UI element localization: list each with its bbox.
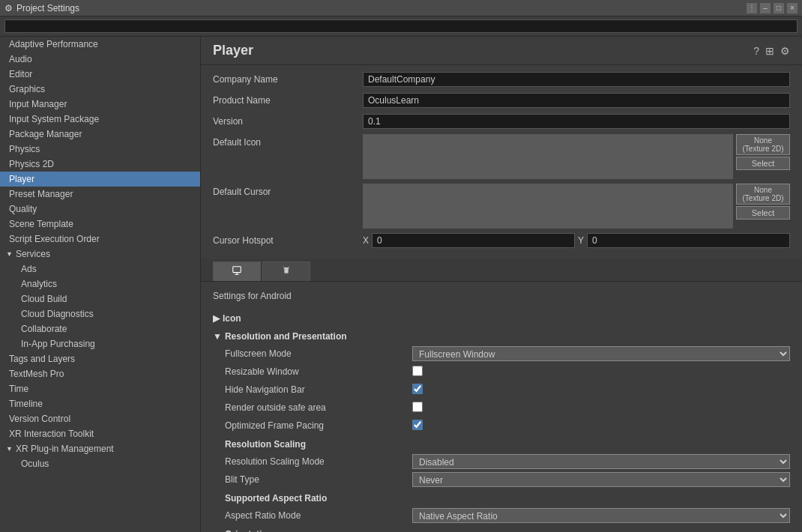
- sidebar-item-script-execution-order[interactable]: Script Execution Order: [0, 232, 200, 247]
- sidebar-item-editor[interactable]: Editor: [0, 67, 200, 82]
- version-input[interactable]: [363, 114, 790, 129]
- sidebar-group-xr-plugin[interactable]: ▼ XR Plug-in Management: [0, 441, 200, 456]
- resolution-scaling-mode-row: Resolution Scaling Mode DisabledFixed DP…: [213, 454, 790, 469]
- version-row: Version: [213, 113, 790, 130]
- default-icon-select-btn[interactable]: Select: [736, 157, 790, 170]
- more-options-btn[interactable]: ⋮: [747, 3, 757, 13]
- tab-android[interactable]: [262, 262, 310, 281]
- window-icon: ⚙: [4, 3, 13, 13]
- fullscreen-mode-select[interactable]: Fullscreen WindowExclusive FullscreenMax…: [412, 346, 790, 361]
- fullscreen-mode-row: Fullscreen Mode Fullscreen WindowExclusi…: [213, 346, 790, 361]
- sidebar-group-services[interactable]: ▼ Services: [0, 247, 200, 262]
- sidebar-item-package-manager[interactable]: Package Manager: [0, 127, 200, 142]
- resolution-section-label: Resolution and Presentation: [225, 331, 347, 342]
- sidebar-item-graphics[interactable]: Graphics: [0, 82, 200, 97]
- sidebar-item-input-manager[interactable]: Input Manager: [0, 97, 200, 112]
- fullscreen-mode-label: Fullscreen Mode: [225, 348, 412, 359]
- blit-type-row: Blit Type NeverAlwaysAuto: [213, 472, 790, 487]
- help-button[interactable]: ?: [753, 45, 759, 57]
- icon-section-header[interactable]: ▶ Icon: [213, 310, 790, 327]
- render-outside-safe-row: Render outside safe area: [213, 400, 790, 415]
- product-name-input[interactable]: [363, 93, 790, 108]
- optimized-frame-pacing-label: Optimized Frame Pacing: [225, 420, 412, 431]
- resolution-scaling-group: Resolution Scaling: [213, 436, 790, 453]
- svg-rect-0: [233, 267, 241, 273]
- sidebar-item-ads[interactable]: Ads: [0, 262, 200, 276]
- resolution-section-header[interactable]: ▼ Resolution and Presentation: [213, 328, 790, 345]
- window-title: Project Settings: [16, 3, 747, 13]
- resizable-window-label: Resizable Window: [225, 366, 412, 377]
- cursor-hotspot-inputs: X Y: [363, 233, 790, 248]
- sidebar-item-textmesh-pro[interactable]: TextMesh Pro: [0, 366, 200, 381]
- blit-type-select[interactable]: NeverAlwaysAuto: [412, 472, 790, 487]
- aspect-ratio-mode-label: Aspect Ratio Mode: [225, 510, 412, 521]
- content-header: Player ? ⊞ ⚙: [201, 37, 802, 65]
- render-outside-safe-checkbox[interactable]: [412, 402, 423, 412]
- settings-for-label: Settings for Android: [213, 288, 790, 304]
- tab-pc[interactable]: [213, 262, 261, 281]
- default-icon-preview: [363, 134, 733, 179]
- sidebar-item-version-control[interactable]: Version Control: [0, 411, 200, 426]
- default-cursor-label: Default Cursor: [213, 184, 363, 197]
- default-cursor-select-btn[interactable]: Select: [736, 206, 790, 220]
- sidebar-item-analytics[interactable]: Analytics: [0, 276, 200, 291]
- android-icon: [281, 265, 292, 278]
- search-input[interactable]: [4, 19, 798, 33]
- sidebar-item-input-system-package[interactable]: Input System Package: [0, 112, 200, 127]
- main-layout: Adaptive Performance Audio Editor Graphi…: [0, 37, 802, 532]
- resolution-scaling-mode-select[interactable]: DisabledFixed DPI: [412, 454, 790, 469]
- default-icon-none-text: None (Texture 2D): [736, 134, 790, 155]
- close-btn[interactable]: ×: [787, 3, 798, 13]
- sidebar-item-quality[interactable]: Quality: [0, 202, 200, 217]
- default-cursor-preview: [363, 184, 733, 229]
- monitor-icon: [232, 265, 242, 278]
- sidebar-group-xr-plugin-label: XR Plug-in Management: [16, 444, 114, 454]
- resizable-window-checkbox[interactable]: [412, 366, 423, 376]
- sidebar-group-services-label: Services: [16, 249, 50, 259]
- sidebar-item-player[interactable]: Player: [0, 172, 200, 187]
- aspect-ratio-mode-select[interactable]: Native Aspect RatioCustom: [412, 508, 790, 523]
- sidebar-item-tags-and-layers[interactable]: Tags and Layers: [0, 351, 200, 366]
- sidebar-item-physics[interactable]: Physics: [0, 142, 200, 157]
- sidebar-item-cloud-diagnostics[interactable]: Cloud Diagnostics: [0, 306, 200, 321]
- company-name-input[interactable]: [363, 72, 790, 87]
- product-name-row: Product Name: [213, 92, 790, 109]
- hide-nav-bar-checkbox[interactable]: [412, 384, 423, 394]
- sidebar-item-cloud-build[interactable]: Cloud Build: [0, 291, 200, 306]
- maximize-btn[interactable]: □: [774, 3, 784, 13]
- sidebar-item-time[interactable]: Time: [0, 381, 200, 396]
- cursor-hotspot-label: Cursor Hotspot: [213, 235, 363, 246]
- sidebar-item-physics-2d[interactable]: Physics 2D: [0, 157, 200, 172]
- sidebar-item-preset-manager[interactable]: Preset Manager: [0, 187, 200, 202]
- resolution-scaling-mode-label: Resolution Scaling Mode: [225, 456, 412, 467]
- default-cursor-none-text: None (Texture 2D): [736, 184, 790, 205]
- layout-button[interactable]: ⊞: [765, 45, 774, 57]
- sidebar-item-collaborate[interactable]: Collaborate: [0, 321, 200, 336]
- default-icon-label: Default Icon: [213, 134, 363, 148]
- company-name-row: Company Name: [213, 71, 790, 88]
- sidebar-item-audio[interactable]: Audio: [0, 52, 200, 67]
- svg-point-3: [285, 273, 286, 274]
- y-label: Y: [578, 235, 584, 246]
- svg-point-4: [287, 273, 288, 274]
- sidebar-item-xr-interaction-toolkit[interactable]: XR Interaction Toolkit: [0, 426, 200, 441]
- cursor-hotspot-y-input[interactable]: [587, 233, 790, 248]
- aspect-ratio-mode-row: Aspect Ratio Mode Native Aspect RatioCus…: [213, 508, 790, 523]
- optimized-frame-pacing-row: Optimized Frame Pacing: [213, 418, 790, 433]
- header-icons: ? ⊞ ⚙: [753, 45, 790, 57]
- triangle-down-icon: ▼: [6, 250, 13, 258]
- sidebar-item-timeline[interactable]: Timeline: [0, 396, 200, 411]
- cursor-hotspot-x-input[interactable]: [372, 233, 575, 248]
- settings-button[interactable]: ⚙: [780, 45, 790, 57]
- minimize-btn[interactable]: –: [760, 3, 771, 13]
- sidebar-item-oculus[interactable]: Oculus: [0, 456, 200, 471]
- sidebar-item-adaptive-performance[interactable]: Adaptive Performance: [0, 37, 200, 52]
- optimized-frame-pacing-checkbox[interactable]: [412, 420, 423, 430]
- sidebar-item-scene-template[interactable]: Scene Template: [0, 217, 200, 232]
- platform-tabs: [201, 259, 802, 282]
- sidebar-item-in-app-purchasing[interactable]: In-App Purchasing: [0, 336, 200, 351]
- icon-section-label: Icon: [223, 313, 241, 324]
- settings-area: Settings for Android ▶ Icon ▼ Resolution…: [201, 282, 802, 532]
- player-form: Company Name Product Name Version Defaul…: [201, 65, 802, 259]
- orientation-group: Orientation: [213, 526, 790, 532]
